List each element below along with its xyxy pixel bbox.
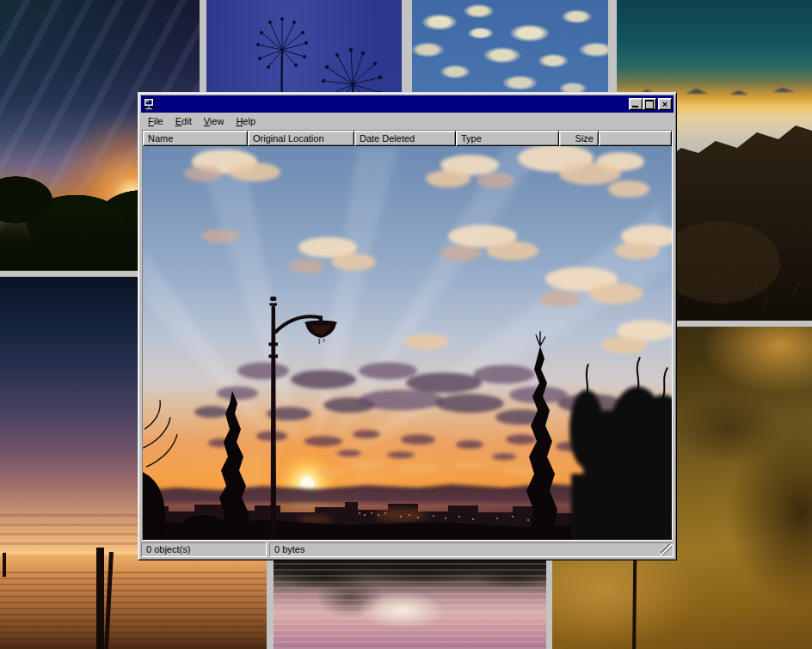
file-list-view: Name Original Location Date Deleted Type… (142, 130, 673, 541)
column-header-date-deleted[interactable]: Date Deleted (354, 131, 456, 146)
menu-help-label: elp (243, 116, 255, 126)
resize-grip[interactable] (661, 544, 672, 555)
water-pole (96, 548, 104, 649)
menu-view-accesskey: V (204, 116, 210, 126)
sunset-photo (143, 146, 672, 540)
menu-edit-accesskey: E (175, 116, 181, 126)
reflection-ripples (274, 557, 546, 649)
status-bar: 0 object(s) 0 bytes (141, 542, 674, 557)
close-button[interactable]: × (658, 98, 672, 110)
status-byte-count: 0 bytes (269, 542, 674, 557)
minimize-icon (632, 106, 638, 107)
column-header-name[interactable]: Name (143, 131, 248, 146)
menu-file-label: ile (154, 116, 163, 126)
water-ripples (0, 567, 267, 649)
maximize-button[interactable] (643, 98, 656, 110)
minimize-button[interactable] (629, 98, 643, 110)
status-byte-count-text: 0 bytes (274, 544, 304, 554)
desktop: { "window": { "title": "", "title_bar": … (0, 0, 812, 649)
menu-view-label: iew (210, 116, 225, 126)
menu-view[interactable]: View (198, 114, 231, 129)
menu-edit-label: dit (181, 116, 192, 126)
wallpaper-photo-water-reflection (274, 557, 546, 649)
column-header-filler[interactable] (599, 131, 672, 146)
column-headers: Name Original Location Date Deleted Type… (143, 131, 672, 146)
column-header-original-location[interactable]: Original Location (248, 131, 354, 146)
menu-help[interactable]: Help (230, 114, 261, 129)
recycle-bin-window: × File Edit View Help Name Original Loca… (138, 92, 677, 560)
sun (300, 476, 314, 490)
maximize-icon (645, 100, 654, 109)
column-header-type[interactable]: Type (456, 131, 559, 146)
folder-view-area[interactable] (143, 146, 672, 540)
close-icon: × (659, 98, 671, 110)
computer-icon (143, 97, 157, 111)
title-bar[interactable]: × (141, 95, 674, 113)
column-header-size[interactable]: Size (559, 131, 599, 146)
water-pole (3, 553, 6, 577)
menu-file[interactable]: File (142, 114, 169, 129)
menu-file-accesskey: F (148, 116, 154, 126)
status-object-count: 0 object(s) (141, 542, 267, 557)
menu-edit[interactable]: Edit (169, 114, 198, 129)
menu-bar: File Edit View Help (141, 113, 674, 130)
